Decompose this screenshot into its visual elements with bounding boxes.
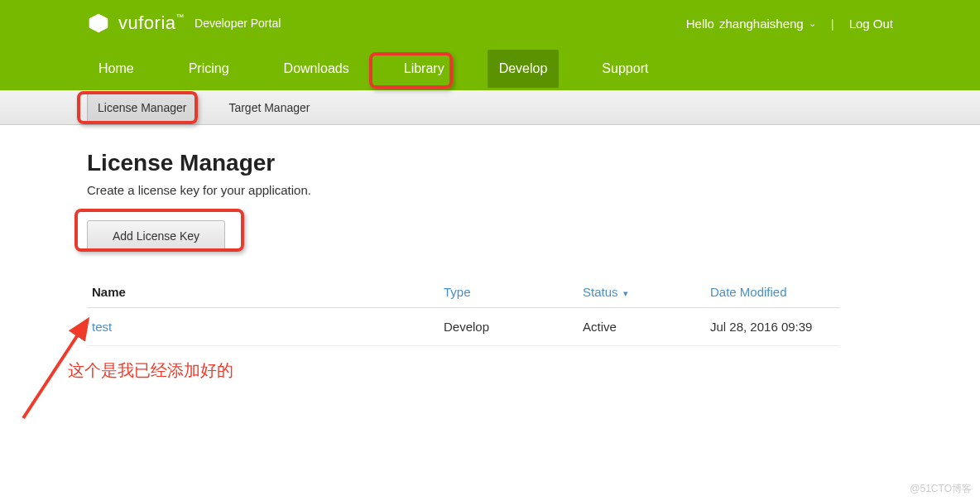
divider: |: [831, 17, 834, 31]
brand-name: vuforia™: [118, 12, 185, 34]
nav-downloads[interactable]: Downloads: [272, 50, 361, 88]
chevron-down-icon: ⌄: [809, 18, 816, 29]
main-nav: Home Pricing Downloads Library Develop S…: [0, 46, 980, 90]
license-name-link[interactable]: test: [87, 308, 439, 346]
license-type: Develop: [439, 308, 578, 346]
license-status: Active: [578, 308, 705, 346]
nav-library[interactable]: Library: [392, 50, 456, 88]
page-description: Create a license key for your applicatio…: [87, 183, 893, 197]
logout-link[interactable]: Log Out: [849, 17, 893, 31]
brand-subtitle: Developer Portal: [195, 17, 281, 30]
table-header-row: Name Type Status ▾ Date Modified: [87, 277, 840, 308]
page-title: License Manager: [87, 150, 893, 176]
nav-develop[interactable]: Develop: [488, 50, 560, 88]
annotation-text: 这个是我已经添加好的: [68, 359, 233, 382]
header-right: Hello zhanghaisheng ⌄ | Log Out: [686, 17, 893, 31]
top-header: vuforia™ Developer Portal Hello zhanghai…: [0, 0, 980, 46]
col-header-date-modified[interactable]: Date Modified: [705, 277, 840, 308]
tab-target-manager[interactable]: Target Manager: [219, 93, 319, 123]
watermark: @51CTO博客: [910, 482, 972, 496]
user-menu[interactable]: Hello zhanghaisheng ⌄: [686, 17, 816, 31]
col-header-type[interactable]: Type: [439, 277, 578, 308]
license-date: Jul 28, 2016 09:39: [705, 308, 840, 346]
license-table: Name Type Status ▾ Date Modified test De…: [87, 277, 840, 346]
nav-pricing[interactable]: Pricing: [177, 50, 241, 88]
col-header-status[interactable]: Status ▾: [578, 277, 705, 308]
tab-license-manager[interactable]: License Manager: [87, 92, 197, 123]
main-content: License Manager Create a license key for…: [0, 125, 980, 371]
greeting-prefix: Hello: [686, 17, 714, 31]
nav-support[interactable]: Support: [590, 50, 660, 88]
add-license-key-button[interactable]: Add License Key: [87, 220, 225, 252]
vuforia-logo-icon: [87, 12, 110, 35]
username: zhanghaisheng: [719, 17, 804, 31]
sub-nav: License Manager Target Manager: [0, 90, 980, 125]
logo-area[interactable]: vuforia™ Developer Portal: [87, 12, 281, 35]
nav-home[interactable]: Home: [87, 50, 146, 88]
col-header-name[interactable]: Name: [87, 277, 439, 308]
table-row: test Develop Active Jul 28, 2016 09:39: [87, 308, 840, 346]
sort-down-icon: ▾: [623, 288, 628, 298]
